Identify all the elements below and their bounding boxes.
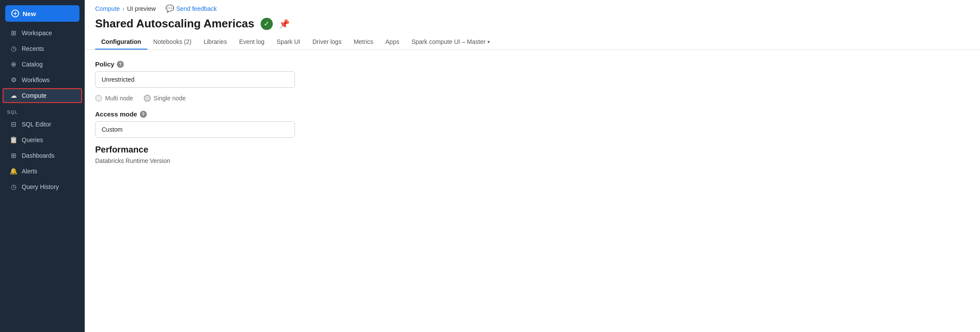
policy-field-label: Policy ? — [95, 60, 970, 68]
chevron-down-icon: ▾ — [487, 39, 490, 45]
new-label: New — [23, 10, 36, 17]
query-history-icon: ◷ — [10, 183, 17, 191]
dashboards-icon: ⊞ — [10, 152, 17, 159]
sidebar-item-label: Catalog — [22, 61, 43, 68]
sidebar-item-workspace[interactable]: ⊞ Workspace — [3, 26, 82, 40]
page-title: Shared Autoscaling Americas — [95, 17, 255, 30]
policy-label-text: Policy — [95, 60, 114, 68]
feedback-icon: 💬 — [166, 4, 174, 13]
sidebar-item-label: SQL Editor — [22, 121, 51, 128]
new-button[interactable]: + New — [5, 5, 79, 22]
sidebar-item-workflows[interactable]: ⚙ Workflows — [3, 73, 82, 87]
single-node-radio-circle — [144, 95, 151, 102]
recents-icon: ◷ — [10, 45, 17, 53]
send-feedback-button[interactable]: 💬 Send feedback — [166, 4, 217, 13]
plus-icon: + — [11, 10, 19, 17]
feedback-label: Send feedback — [176, 5, 217, 12]
tab-spark-ui[interactable]: Spark UI — [271, 35, 306, 50]
sidebar-item-alerts[interactable]: 🔔 Alerts — [3, 164, 82, 179]
sidebar-item-sql-editor[interactable]: ⊟ SQL Editor — [3, 117, 82, 132]
access-mode-field-label: Access mode ? — [95, 110, 970, 118]
sidebar-item-label: Compute — [22, 92, 46, 99]
tabs-bar: Configuration Notebooks (2) Libraries Ev… — [85, 30, 980, 50]
breadcrumb-parent[interactable]: Compute — [95, 5, 120, 12]
workspace-icon: ⊞ — [10, 29, 17, 37]
sidebar: + New ⊞ Workspace ◷ Recents ⊕ Catalog ⚙ … — [0, 0, 85, 332]
tab-configuration[interactable]: Configuration — [95, 35, 147, 50]
breadcrumb-separator: › — [122, 5, 125, 12]
breadcrumb-current: UI preview — [127, 5, 156, 12]
sidebar-item-compute[interactable]: ☁ Compute — [3, 88, 82, 103]
sidebar-item-label: Alerts — [22, 168, 37, 175]
page-header: Shared Autoscaling Americas ✓ 📌 — [85, 13, 980, 30]
tab-event-log[interactable]: Event log — [233, 35, 270, 50]
single-node-radio[interactable]: Single node — [144, 95, 186, 102]
tab-apps[interactable]: Apps — [379, 35, 405, 50]
alerts-icon: 🔔 — [10, 167, 17, 175]
workflows-icon: ⚙ — [10, 76, 17, 84]
tab-libraries[interactable]: Libraries — [198, 35, 233, 50]
sidebar-item-label: Query History — [22, 183, 59, 190]
tab-notebooks[interactable]: Notebooks (2) — [147, 35, 198, 50]
catalog-icon: ⊕ — [10, 60, 17, 68]
breadcrumb: Compute › UI preview 💬 Send feedback — [85, 0, 980, 13]
sql-section-label: SQL — [0, 103, 85, 116]
single-node-label: Single node — [154, 95, 186, 102]
compute-icon: ☁ — [10, 92, 17, 100]
status-icon: ✓ — [261, 18, 273, 30]
runtime-label: Databricks Runtime Version — [95, 157, 970, 164]
access-mode-help-icon[interactable]: ? — [140, 111, 147, 118]
sidebar-item-recents[interactable]: ◷ Recents — [3, 41, 82, 56]
main-content: Compute › UI preview 💬 Send feedback Sha… — [85, 0, 980, 332]
sidebar-item-query-history[interactable]: ◷ Query History — [3, 179, 82, 194]
sql-editor-icon: ⊟ — [10, 120, 17, 128]
queries-icon: 📋 — [10, 136, 17, 144]
multi-node-label: Multi node — [105, 95, 133, 102]
pin-icon[interactable]: 📌 — [279, 19, 290, 29]
tab-spark-compute[interactable]: Spark compute UI – Master ▾ — [405, 35, 496, 50]
tab-metrics[interactable]: Metrics — [348, 35, 379, 50]
sidebar-item-label: Dashboards — [22, 152, 55, 159]
sidebar-item-label: Workspace — [22, 30, 52, 37]
sidebar-item-catalog[interactable]: ⊕ Catalog — [3, 57, 82, 72]
sidebar-item-dashboards[interactable]: ⊞ Dashboards — [3, 148, 82, 163]
access-mode-label-text: Access mode — [95, 110, 137, 118]
sidebar-item-label: Queries — [22, 136, 43, 143]
multi-node-radio-circle — [95, 95, 102, 102]
node-type-radio-group: Multi node Single node — [95, 95, 970, 102]
policy-help-icon[interactable]: ? — [117, 61, 124, 68]
tab-driver-logs[interactable]: Driver logs — [306, 35, 348, 50]
access-mode-value: Custom — [95, 121, 295, 138]
sidebar-item-label: Recents — [22, 45, 44, 52]
sidebar-item-queries[interactable]: 📋 Queries — [3, 133, 82, 147]
sidebar-item-label: Workflows — [22, 76, 50, 83]
performance-title: Performance — [95, 145, 970, 155]
multi-node-radio[interactable]: Multi node — [95, 95, 133, 102]
policy-value: Unrestricted — [95, 71, 295, 88]
content-area: Policy ? Unrestricted Multi node Single … — [85, 50, 980, 332]
